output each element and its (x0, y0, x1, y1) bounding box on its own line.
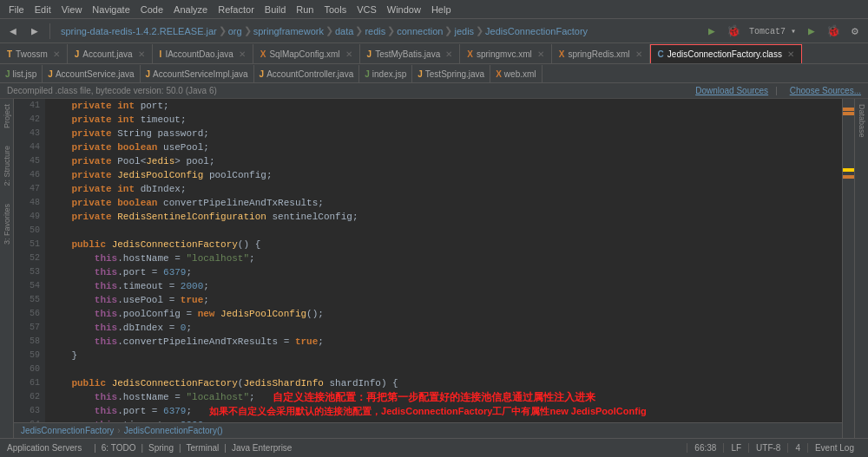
settings-button[interactable]: ⚙ (845, 22, 865, 41)
run-config-button[interactable]: ▶ (802, 22, 821, 41)
status-todo[interactable]: 6: TODO (102, 443, 136, 453)
decompiled-notice: Decompiled .class file, bytecode version… (0, 83, 868, 99)
breadcrumb-jar[interactable]: spring-data-redis-1.4.2.RELEASE.jar (61, 26, 217, 36)
breadcrumb-jedis[interactable]: jedis (454, 26, 474, 36)
annotation-2: 如果不自定义会采用默认的连接池配置，JedisConnectionFactory… (209, 404, 643, 418)
menu-file[interactable]: File (3, 3, 30, 16)
scroll-marker-2[interactable] (843, 112, 854, 115)
status-encoding: UTF-8 (748, 443, 787, 453)
status-spring[interactable]: Spring (148, 443, 174, 453)
code-line-43: private String password; (49, 127, 842, 140)
breadcrumb-redis[interactable]: redis (365, 26, 385, 36)
tab-close-sqlmap[interactable]: ✕ (345, 49, 352, 59)
line-num-44: 44 (14, 140, 40, 154)
tomcat-config[interactable]: Tomcat7 ▾ (746, 22, 799, 41)
status-terminal[interactable]: Terminal (187, 443, 220, 453)
ftab-index[interactable]: J index.jsp (359, 65, 412, 82)
menu-build[interactable]: Build (260, 3, 291, 16)
structure-panel-tab[interactable]: 2: Structure (2, 140, 12, 192)
code-line-56: this.poolConfig = new JedisPoolConfig(); (49, 307, 842, 321)
code-line-60 (49, 362, 842, 376)
bottom-bc-factory[interactable]: JedisConnectionFactory (21, 426, 114, 435)
menubar: File Edit View Navigate Code Analyze Ref… (0, 0, 868, 19)
tab-springmvc[interactable]: X springmvc.xml ✕ (460, 44, 552, 63)
run-button[interactable]: ▶ (702, 22, 721, 41)
breadcrumb-class[interactable]: JedisConnectionFactory (485, 26, 588, 36)
line-num-53: 53 (14, 265, 40, 279)
tab-close-testmybatis[interactable]: ✕ (445, 49, 452, 59)
tab-close-jedis[interactable]: ✕ (787, 49, 794, 59)
menu-refactor[interactable]: Refactor (213, 3, 260, 16)
tab-testmybatis[interactable]: J TestMyBatis.java ✕ (360, 44, 461, 63)
tab-close-springmvc[interactable]: ✕ (537, 49, 544, 59)
scroll-marker-warn[interactable] (843, 168, 854, 172)
scroll-marker-1[interactable] (843, 108, 854, 111)
line-num-52: 52 (14, 251, 40, 265)
debug-config-button[interactable]: 🐞 (824, 22, 843, 41)
menu-analyze[interactable]: Analyze (168, 3, 213, 16)
right-panel: Database (854, 99, 868, 438)
tab-close-twossm[interactable]: ✕ (53, 49, 60, 59)
line-num-57: 57 (14, 321, 40, 335)
event-log-link[interactable]: Event Log (807, 443, 861, 453)
breadcrumb-data[interactable]: data (335, 26, 353, 36)
menu-edit[interactable]: Edit (30, 3, 56, 16)
tab-sqlmap[interactable]: X SqlMapConfig.xml ✕ (253, 44, 360, 63)
menu-navigate[interactable]: Navigate (87, 3, 135, 16)
ftab-list[interactable]: J list.jsp (0, 65, 43, 82)
code-line-50 (49, 224, 842, 238)
right-scrollbar[interactable] (842, 99, 854, 438)
menu-help[interactable]: Help (426, 3, 457, 16)
line-num-63: 63 (14, 404, 40, 418)
choose-sources-link[interactable]: Choose Sources... (790, 86, 861, 95)
tab-close-account[interactable]: ✕ (138, 49, 145, 59)
tab-twossm[interactable]: T Twossm ✕ (0, 44, 68, 63)
tab-iaccountdao[interactable]: I IAccountDao.java ✕ (153, 44, 253, 63)
line-num-43: 43 (14, 127, 40, 140)
menu-tools[interactable]: Tools (319, 3, 352, 16)
code-content[interactable]: private int port; private int timeout; p… (45, 99, 842, 438)
bottom-bc-method[interactable]: JedisConnectionFactory() (124, 426, 223, 435)
line-num-47: 47 (14, 182, 40, 196)
menu-run[interactable]: Run (291, 3, 319, 16)
code-line-49: private RedisSentinelConfiguration senti… (49, 210, 842, 224)
tab-jedisconnectionfactory[interactable]: C JedisConnectionFactory.class ✕ (650, 44, 802, 63)
editor-tabs: T Twossm ✕ J Account.java ✕ I IAccountDa… (0, 43, 868, 64)
tab-springredis[interactable]: X springRedis.xml ✕ (552, 44, 650, 63)
breadcrumb-org[interactable]: org (228, 26, 242, 36)
ftab-accountserviceimpl[interactable]: J AccountServiceImpl.java (141, 65, 254, 82)
status-app-servers[interactable]: Application Servers (7, 443, 82, 453)
back-button[interactable]: ◀ (3, 22, 23, 41)
toolbar-separator (49, 23, 50, 39)
project-panel-tab[interactable]: Project (2, 99, 12, 134)
ftab-webxml[interactable]: X web.xml (490, 65, 542, 82)
status-linefeed: LF (723, 443, 748, 453)
breadcrumb-springframework[interactable]: springframework (253, 26, 324, 36)
menu-vcs[interactable]: VCS (352, 3, 382, 16)
database-panel-tab[interactable]: Database (857, 99, 867, 143)
tab-account[interactable]: J Account.java ✕ (68, 44, 153, 63)
menu-view[interactable]: View (56, 3, 88, 16)
scroll-marker-3[interactable] (843, 175, 854, 179)
menu-code[interactable]: Code (135, 3, 168, 16)
ftab-accountservice[interactable]: J AccountService.java (43, 65, 140, 82)
forward-button[interactable]: ▶ (25, 22, 44, 41)
line-num-50: 50 (14, 224, 40, 238)
status-enterprise[interactable]: Java Enterprise (232, 443, 292, 453)
menu-window[interactable]: Window (382, 3, 426, 16)
debug-button[interactable]: 🐞 (724, 22, 743, 41)
favorites-panel-tab[interactable]: 3: Favorites (2, 199, 12, 250)
ftab-accountcontroller[interactable]: J AccountController.java (254, 65, 360, 82)
line-num-46: 46 (14, 168, 40, 182)
ftab-testspring[interactable]: J TestSpring.java (412, 65, 490, 82)
code-line-42: private int timeout; (49, 113, 842, 127)
download-sources-link[interactable]: Download Sources (695, 86, 768, 95)
file-tabs: J list.jsp J AccountService.java J Accou… (0, 64, 868, 83)
line-num-41: 41 (14, 99, 40, 113)
tab-close-iaccountdao[interactable]: ✕ (239, 49, 246, 59)
line-num-55: 55 (14, 293, 40, 307)
breadcrumb-connection[interactable]: connection (397, 26, 443, 36)
tab-close-springredis[interactable]: ✕ (635, 49, 642, 59)
code-line-41: private int port; (49, 99, 842, 113)
line-num-48: 48 (14, 196, 40, 210)
